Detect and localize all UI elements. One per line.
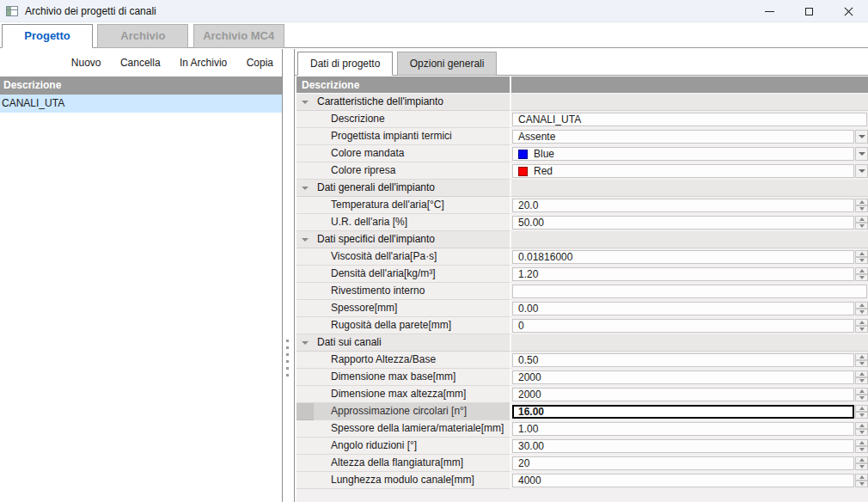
cancella-button[interactable]: Cancella bbox=[120, 49, 161, 77]
property-row-altezza-flangiatura[interactable]: Altezza della flangiatura[mm] 20 bbox=[296, 455, 868, 472]
group-row-dati-generali[interactable]: Dati generali dell'impianto bbox=[296, 180, 868, 197]
spin-down-button[interactable] bbox=[855, 463, 868, 470]
spin-up-button[interactable] bbox=[855, 370, 868, 377]
property-label[interactable]: Lunghezza modulo canale[mm] bbox=[314, 472, 511, 489]
property-row-dim-max-altezza[interactable]: Dimensione max altezza[mm] 2000 bbox=[296, 386, 868, 403]
densita-spinner[interactable]: 1.20 bbox=[512, 267, 854, 281]
property-label[interactable]: Approssimazione circolari [n°] bbox=[314, 403, 511, 420]
property-row-rivestimento[interactable]: Rivestimento interno bbox=[296, 283, 868, 300]
property-label[interactable]: Altezza della flangiatura[mm] bbox=[314, 455, 511, 472]
spessore-spinner[interactable]: 0.00 bbox=[512, 302, 854, 315]
spin-down-button[interactable] bbox=[855, 395, 868, 401]
in-archivio-button[interactable]: In Archivio bbox=[180, 49, 227, 77]
property-row-dim-max-base[interactable]: Dimensione max base[mm] 2000 bbox=[296, 369, 868, 386]
property-label[interactable]: Temperatura dell'aria[°C] bbox=[314, 197, 511, 214]
altezza-flangiatura-spinner[interactable]: 20 bbox=[512, 456, 854, 470]
dropdown-button[interactable] bbox=[855, 147, 868, 161]
spin-up-button[interactable] bbox=[855, 250, 868, 257]
property-label[interactable]: Dimensione max base[mm] bbox=[314, 369, 511, 386]
spin-down-button[interactable] bbox=[855, 223, 868, 230]
spin-down-button[interactable] bbox=[855, 481, 868, 487]
spin-up-button[interactable] bbox=[855, 267, 868, 274]
property-label[interactable]: Rapporto Altezza/Base bbox=[314, 352, 511, 369]
spin-up-button[interactable] bbox=[855, 302, 868, 309]
group-row-dati-specifici[interactable]: Dati specifici dell'impianto bbox=[296, 231, 868, 248]
maximize-button[interactable] bbox=[789, 0, 828, 22]
lunghezza-modulo-spinner[interactable]: 4000 bbox=[512, 474, 854, 487]
property-label[interactable]: Angolo riduzioni [°] bbox=[314, 438, 511, 455]
spin-up-button[interactable] bbox=[855, 422, 868, 429]
tab-archivio[interactable]: Archivio bbox=[97, 24, 188, 48]
property-label[interactable]: Dimensione max altezza[mm] bbox=[314, 386, 511, 403]
progettista-combobox[interactable]: Assente bbox=[512, 130, 854, 144]
rugosita-spinner[interactable]: 0 bbox=[512, 319, 854, 333]
dim-max-altezza-spinner[interactable]: 2000 bbox=[512, 388, 854, 401]
property-row-ur-aria[interactable]: U.R. dell'aria [%] 50.00 bbox=[296, 214, 868, 231]
property-label[interactable]: Spessore della lamiera/materiale[mm] bbox=[314, 420, 511, 438]
property-label[interactable]: Spessore[mm] bbox=[314, 300, 511, 317]
spin-up-button[interactable] bbox=[855, 405, 868, 412]
colore-mandata-combobox[interactable]: Blue bbox=[512, 147, 854, 161]
property-row-spessore[interactable]: Spessore[mm] 0.00 bbox=[296, 300, 868, 317]
rivestimento-field[interactable] bbox=[512, 285, 867, 298]
property-row-lunghezza-modulo[interactable]: Lunghezza modulo canale[mm] 4000 bbox=[296, 472, 868, 489]
rapporto-spinner[interactable]: 0.50 bbox=[512, 353, 854, 367]
ur-aria-spinner[interactable]: 50.00 bbox=[512, 216, 854, 230]
group-collapse-cell[interactable] bbox=[296, 180, 314, 197]
property-row-colore-mandata[interactable]: Colore mandata Blue bbox=[296, 145, 868, 162]
property-label[interactable]: Descrizione bbox=[314, 111, 511, 128]
property-label[interactable]: Viscosità dell'aria[Pa·s] bbox=[314, 248, 511, 266]
dropdown-button[interactable] bbox=[855, 130, 868, 144]
group-collapse-cell[interactable] bbox=[296, 231, 314, 248]
panel-splitter[interactable] bbox=[284, 49, 294, 502]
nuovo-button[interactable]: Nuovo bbox=[71, 49, 101, 77]
group-collapse-cell[interactable] bbox=[296, 334, 314, 352]
group-row-caratteristiche[interactable]: Caratteristiche dell'impianto bbox=[296, 94, 868, 111]
descrizione-field[interactable]: CANALI_UTA bbox=[512, 113, 867, 126]
colore-ripresa-combobox[interactable]: Red bbox=[512, 164, 854, 178]
group-row-dati-sui-canali[interactable]: Dati sui canali bbox=[296, 334, 868, 352]
property-row-viscosita[interactable]: Viscosità dell'aria[Pa·s] 0.01816000 bbox=[296, 248, 868, 266]
dim-max-base-spinner[interactable]: 2000 bbox=[512, 370, 854, 384]
spin-up-button[interactable] bbox=[855, 474, 868, 481]
spin-up-button[interactable] bbox=[855, 456, 868, 463]
property-row-approssimazione-selected[interactable]: Approssimazione circolari [n°] 16.00 bbox=[296, 403, 868, 420]
property-label[interactable]: Densità dell'aria[kg/m³] bbox=[314, 266, 511, 283]
spin-up-button[interactable] bbox=[855, 388, 868, 395]
copia-button[interactable]: Copia bbox=[247, 49, 273, 77]
property-label[interactable]: Rivestimento interno bbox=[314, 283, 511, 300]
spessore-lamiera-spinner[interactable]: 1.00 bbox=[512, 422, 854, 436]
property-label[interactable]: Colore ripresa bbox=[314, 162, 511, 180]
angolo-riduzioni-spinner[interactable]: 30.00 bbox=[512, 439, 854, 453]
tab-archivio-mc4[interactable]: Archivio MC4 bbox=[193, 24, 284, 48]
tab-progetto[interactable]: Progetto bbox=[2, 24, 93, 48]
spin-down-button[interactable] bbox=[855, 326, 868, 333]
temperatura-spinner[interactable]: 20.0 bbox=[512, 199, 854, 212]
approssimazione-spinner-active[interactable]: 16.00 bbox=[512, 405, 854, 419]
spin-down-button[interactable] bbox=[855, 429, 868, 436]
list-item-canali-uta[interactable]: CANALI_UTA bbox=[0, 95, 282, 113]
spin-down-button[interactable] bbox=[855, 274, 868, 281]
property-label[interactable]: Colore mandata bbox=[314, 145, 511, 162]
property-row-descrizione[interactable]: Descrizione CANALI_UTA bbox=[296, 111, 868, 128]
spin-up-button[interactable] bbox=[855, 353, 868, 360]
spin-down-button[interactable] bbox=[855, 360, 868, 367]
tab-opzioni-generali[interactable]: Opzioni generali bbox=[397, 52, 498, 76]
dropdown-button[interactable] bbox=[855, 164, 868, 178]
minimize-button[interactable] bbox=[749, 0, 789, 22]
property-row-colore-ripresa[interactable]: Colore ripresa Red bbox=[296, 162, 868, 180]
property-label[interactable]: Rugosità della parete[mm] bbox=[314, 317, 511, 334]
spin-up-button[interactable] bbox=[855, 319, 868, 326]
close-button[interactable] bbox=[828, 0, 868, 22]
group-collapse-cell[interactable] bbox=[296, 94, 314, 111]
spin-up-button[interactable] bbox=[855, 439, 868, 446]
property-row-progettista[interactable]: Progettista impianti termici Assente bbox=[296, 128, 868, 145]
property-row-rugosita[interactable]: Rugosità della parete[mm] 0 bbox=[296, 317, 868, 334]
spin-up-button[interactable] bbox=[855, 199, 868, 205]
property-label[interactable]: U.R. dell'aria [%] bbox=[314, 214, 511, 231]
spin-down-button[interactable] bbox=[855, 205, 868, 212]
property-row-angolo-riduzioni[interactable]: Angolo riduzioni [°] 30.00 bbox=[296, 438, 868, 455]
spin-down-button[interactable] bbox=[855, 257, 868, 264]
tab-dati-di-progetto[interactable]: Dati di progetto bbox=[297, 52, 393, 76]
spin-down-button[interactable] bbox=[855, 377, 868, 384]
